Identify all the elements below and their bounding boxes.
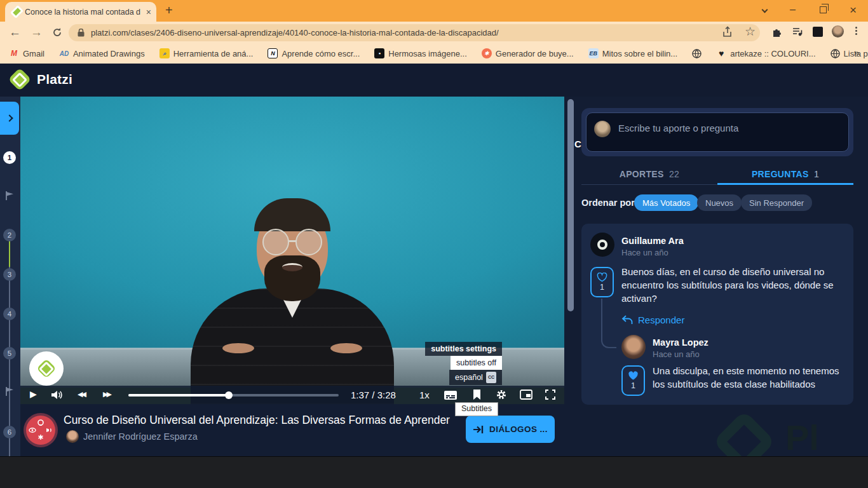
heart-outline-icon <box>597 273 607 282</box>
presenter-hair <box>254 198 330 231</box>
window-close-icon[interactable]: × <box>850 3 857 17</box>
hubspot-icon: ✱ <box>482 48 492 58</box>
flag-icon[interactable] <box>5 191 15 201</box>
lesson-step-2[interactable]: 2 <box>3 229 16 241</box>
pip-icon[interactable] <box>520 390 532 400</box>
teacher-name[interactable]: Jennifer Rodríguez Esparza <box>83 431 198 442</box>
bookmark-item[interactable]: ⌕Herramienta de aná... <box>159 48 254 58</box>
dialogs-button[interactable]: DIÁLOGOS ... <box>466 416 555 443</box>
play-icon[interactable]: ▶ <box>30 389 37 399</box>
skip-to-icon <box>473 425 484 434</box>
reply-author-avatar[interactable] <box>621 335 646 359</box>
question-card: Guillaume Ara Hace un año 1 Buenos días,… <box>581 224 853 405</box>
reload-icon[interactable] <box>52 27 62 37</box>
subtitles-icon[interactable] <box>444 390 458 400</box>
globe-icon <box>692 49 702 58</box>
dark-reader-icon[interactable] <box>813 27 823 37</box>
rewind-icon[interactable]: ◀◀ <box>78 390 85 398</box>
bookmark-star-icon[interactable]: ☆ <box>745 24 756 39</box>
cc-badge: CC <box>486 372 496 383</box>
course-badge[interactable] <box>23 412 58 448</box>
browser-menu-icon[interactable] <box>855 27 857 35</box>
profile-avatar[interactable] <box>832 25 844 37</box>
back-icon[interactable]: ← <box>9 26 21 38</box>
bookmark-item[interactable]: ♥artekaze :: COLOURI... <box>716 48 815 58</box>
comment-composer <box>581 108 853 156</box>
lesson-step-6[interactable]: 6 <box>3 426 16 438</box>
platzi-logo-icon <box>8 68 32 92</box>
video-player[interactable]: subtitles settings subtitles off español… <box>20 97 564 404</box>
extensions-puzzle-icon[interactable] <box>771 26 783 37</box>
time-display: 1:37 / 3:28 <box>351 390 396 400</box>
comment-input-box[interactable] <box>586 112 849 152</box>
media-playlist-icon[interactable] <box>792 26 803 37</box>
reply-like-button[interactable]: 1 <box>621 365 645 396</box>
browser-tab[interactable]: Conoce la historia mal contada d × <box>5 2 156 22</box>
scrollbar-thumb[interactable] <box>567 99 574 311</box>
lesson-step-1[interactable]: 1 <box>3 151 16 164</box>
tabs-chevron-icon[interactable] <box>762 7 768 13</box>
presenter-hand-right <box>330 343 362 353</box>
bookmarks-overflow-icon[interactable]: » <box>854 47 859 58</box>
bookmark-item[interactable]: ADAnimated Drawings <box>59 48 145 58</box>
bookmark-item[interactable]: ✱Generador de buye... <box>482 48 574 58</box>
tab-close-icon[interactable]: × <box>146 7 151 17</box>
expand-panel-button[interactable] <box>0 102 19 135</box>
comment-input[interactable] <box>618 123 841 133</box>
reply-button[interactable]: Responder <box>621 315 684 325</box>
reply-author-name[interactable]: Mayra Lopez <box>653 337 709 348</box>
heart-filled-icon <box>628 371 639 381</box>
question-author-name[interactable]: Guillaume Ara <box>621 236 684 246</box>
composer-avatar <box>594 121 611 137</box>
sort-label: Ordenar por: <box>581 198 638 208</box>
bookmark-save-icon[interactable] <box>473 389 481 400</box>
heart-icon: ♥ <box>716 48 726 58</box>
sort-mas-votados[interactable]: Más Votados <box>634 194 698 211</box>
new-tab-button[interactable]: + <box>165 3 173 18</box>
presenter-glasses-left <box>262 229 289 255</box>
address-bar[interactable]: platzi.com/clases/2406-diseno-universal-… <box>69 24 760 41</box>
platzi-logo[interactable]: Platzi <box>11 71 72 88</box>
bookmark-item[interactable]: MGmail <box>9 48 44 58</box>
lesson-step-3[interactable]: 3 <box>3 268 16 281</box>
flag-icon[interactable] <box>5 386 15 396</box>
course-title: Curso de Diseño Universal del Aprendizaj… <box>64 414 450 427</box>
question-like-button[interactable]: 1 <box>590 267 614 297</box>
tab-aportes[interactable]: APORTES 22 <box>581 169 717 179</box>
progress-track[interactable] <box>128 394 339 396</box>
subtitles-off-item[interactable]: subtitles off <box>451 356 502 370</box>
playback-speed[interactable]: 1x <box>419 390 430 400</box>
volume-icon[interactable] <box>51 390 63 400</box>
tab-title: Conoce la historia mal contada d <box>25 8 142 17</box>
restore-icon[interactable] <box>820 6 827 13</box>
video-controls-bar: ▶ ◀◀ ▶▶ 1:37 / 3:28 1x <box>20 386 564 404</box>
minimize-icon[interactable]: – <box>790 4 796 15</box>
presenter-glasses-right <box>295 229 322 255</box>
bookmark-item[interactable]: ▪Hermosas imágene... <box>374 48 467 58</box>
bookmark-item[interactable]: Lista para reserva la... <box>831 49 868 58</box>
sort-sin-responder[interactable]: Sin Responder <box>741 194 812 211</box>
bookmark-item[interactable]: EBMitos sobre el bilin... <box>588 48 678 58</box>
subtitles-tooltip: Subtitles <box>455 402 498 416</box>
fullscreen-icon[interactable] <box>545 390 555 400</box>
browser-titlebar: Conoce la historia mal contada d × + – × <box>0 0 868 22</box>
progress-handle[interactable] <box>225 391 233 399</box>
subtitles-settings-item[interactable]: subtitles settings <box>425 342 502 356</box>
sort-nuevos[interactable]: Nuevos <box>697 194 742 211</box>
lesson-step-4[interactable]: 4 <box>3 308 16 320</box>
gmail-icon: M <box>9 48 19 58</box>
subtitles-spanish-item[interactable]: españolCC <box>449 370 502 385</box>
question-time: Hace un año <box>621 248 668 257</box>
lesson-step-5[interactable]: 5 <box>3 347 16 360</box>
notion-icon: N <box>268 48 278 58</box>
question-author-avatar[interactable] <box>590 233 614 257</box>
bookmark-item[interactable] <box>692 49 702 58</box>
bookmark-item[interactable]: NAprende cómo escr... <box>268 48 360 58</box>
active-tab-underline <box>717 183 853 185</box>
forward-skip-icon[interactable]: ▶▶ <box>103 390 110 398</box>
settings-gear-icon[interactable] <box>496 389 507 400</box>
forward-icon[interactable]: → <box>31 26 43 38</box>
platzi-page-watermark: Pl <box>710 412 863 456</box>
tab-preguntas[interactable]: PREGUNTAS 1 <box>717 169 853 179</box>
share-icon[interactable] <box>722 26 734 38</box>
